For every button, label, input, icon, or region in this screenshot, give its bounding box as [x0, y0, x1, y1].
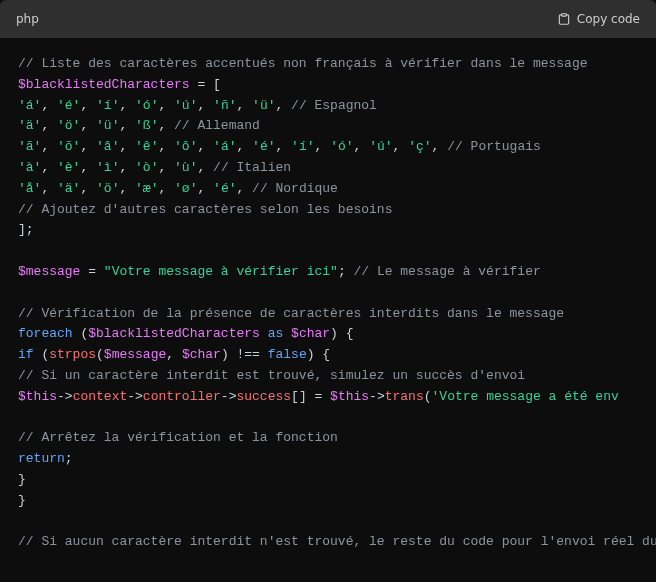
copy-code-button[interactable]: Copy code: [557, 12, 640, 26]
clipboard-icon: [557, 12, 571, 26]
code-content: // Liste des caractères accentués non fr…: [0, 38, 656, 569]
code-line: // Liste des caractères accentués non fr…: [18, 54, 638, 75]
language-label: php: [16, 12, 39, 26]
code-header: php Copy code: [0, 0, 656, 38]
code-block-container: php Copy code // Liste des caractères ac…: [0, 0, 656, 569]
svg-rect-0: [561, 14, 566, 16]
copy-label: Copy code: [577, 12, 640, 26]
